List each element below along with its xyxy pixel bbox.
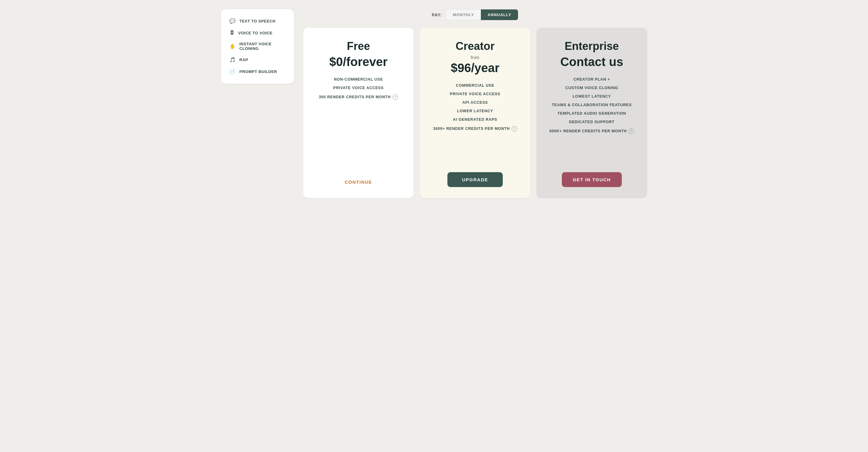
creator-render-credits-info-icon[interactable]: ? bbox=[512, 126, 517, 131]
free-card-price: $0/forever bbox=[329, 55, 388, 69]
enterprise-card-contact: Contact us bbox=[560, 55, 623, 69]
creator-card-title: Creator bbox=[456, 40, 495, 53]
main-content: PAY: MONTHLY ANNUALLY Free $0/forever NO… bbox=[303, 9, 647, 198]
sidebar-item-label: TEXT TO SPEECH bbox=[240, 19, 276, 24]
sidebar: 💬 TEXT TO SPEECH 🎛 VOICE TO VOICE ✋ INST… bbox=[221, 9, 294, 84]
render-credits-info-icon[interactable]: ? bbox=[393, 94, 398, 100]
continue-button[interactable]: CONTINUE bbox=[344, 177, 372, 187]
free-feature-2: PRIVATE VOICE ACCESS bbox=[312, 86, 404, 90]
enterprise-feature-1: CREATOR PLAN + bbox=[546, 77, 638, 82]
enterprise-feature-6: DEDICATED SUPPORT bbox=[546, 120, 638, 124]
get-in-touch-button[interactable]: GET IN TOUCH bbox=[562, 172, 622, 187]
speech-bubble-icon: 💬 bbox=[229, 18, 236, 24]
free-card-title: Free bbox=[347, 40, 370, 53]
sidebar-item-text-to-speech[interactable]: 💬 TEXT TO SPEECH bbox=[226, 15, 289, 27]
creator-feature-5: AI GENERATED RAPS bbox=[429, 118, 521, 122]
creator-card-price: $96/year bbox=[451, 61, 499, 75]
sidebar-item-instant-voice-cloning[interactable]: ✋ INSTANT VOICE CLONING bbox=[226, 39, 289, 54]
page-container: 💬 TEXT TO SPEECH 🎛 VOICE TO VOICE ✋ INST… bbox=[221, 9, 647, 198]
enterprise-feature-4: TEAMS & COLLABORATION FEATURES bbox=[546, 103, 638, 107]
free-feature-1: NON-COMMERCIAL USE bbox=[312, 77, 404, 82]
creator-card-features: COMMERCIAL USE PRIVATE VOICE ACCESS API … bbox=[429, 83, 521, 162]
sidebar-item-label: PROMPT BUILDER bbox=[240, 69, 277, 74]
sidebar-item-voice-to-voice[interactable]: 🎛 VOICE TO VOICE bbox=[226, 27, 289, 39]
sidebar-item-prompt-builder[interactable]: 📄 PROMPT BUILDER bbox=[226, 66, 289, 77]
enterprise-feature-7: 500K+ RENDER CREDITS PER MONTH ? bbox=[546, 128, 638, 134]
pricing-card-creator: Creator from $96/year COMMERCIAL USE PRI… bbox=[420, 28, 530, 198]
sidebar-item-rap[interactable]: 🎵 RAP bbox=[226, 54, 289, 66]
pricing-card-free: Free $0/forever NON-COMMERCIAL USE PRIVA… bbox=[303, 28, 413, 198]
free-card-features: NON-COMMERCIAL USE PRIVATE VOICE ACCESS … bbox=[312, 77, 404, 167]
annually-toggle-button[interactable]: ANNUALLY bbox=[481, 9, 518, 20]
enterprise-feature-2: CUSTOM VOICE CLONING bbox=[546, 86, 638, 90]
creator-feature-3: API ACCESS bbox=[429, 100, 521, 105]
enterprise-card-title: Enterprise bbox=[564, 40, 619, 53]
pay-label: PAY: bbox=[432, 12, 442, 17]
creator-feature-6: 3600+ RENDER CREDITS PER MONTH ? bbox=[429, 126, 521, 131]
document-icon: 📄 bbox=[229, 69, 236, 74]
enterprise-render-credits-info-icon[interactable]: ? bbox=[628, 128, 634, 134]
upgrade-button[interactable]: UPGRADE bbox=[447, 172, 503, 187]
sidebar-item-label: INSTANT VOICE CLONING bbox=[240, 42, 286, 51]
sidebar-item-label: RAP bbox=[240, 58, 248, 62]
pricing-card-enterprise: Enterprise Contact us CREATOR PLAN + CUS… bbox=[536, 28, 647, 198]
creator-feature-2: PRIVATE VOICE ACCESS bbox=[429, 92, 521, 96]
pricing-cards: Free $0/forever NON-COMMERCIAL USE PRIVA… bbox=[303, 28, 647, 198]
free-feature-3: 300 RENDER CREDITS PER MONTH ? bbox=[312, 94, 404, 100]
sliders-icon: 🎛 bbox=[229, 30, 235, 36]
enterprise-card-features: CREATOR PLAN + CUSTOM VOICE CLONING LOWE… bbox=[546, 77, 638, 162]
payment-toggle-row: PAY: MONTHLY ANNUALLY bbox=[303, 9, 647, 21]
enterprise-card-action: GET IN TOUCH bbox=[562, 172, 622, 187]
payment-toggle-group: MONTHLY ANNUALLY bbox=[446, 9, 518, 21]
enterprise-feature-5: TEMPLATED AUDIO GENERATION bbox=[546, 111, 638, 116]
creator-feature-4: LOWER LATENCY bbox=[429, 109, 521, 113]
creator-card-action: UPGRADE bbox=[447, 172, 503, 187]
free-card-action: CONTINUE bbox=[344, 177, 372, 187]
creator-feature-1: COMMERCIAL USE bbox=[429, 83, 521, 88]
monthly-toggle-button[interactable]: MONTHLY bbox=[446, 9, 481, 20]
sidebar-item-label: VOICE TO VOICE bbox=[238, 31, 273, 35]
music-icon: 🎵 bbox=[229, 57, 236, 63]
enterprise-feature-3: LOWEST LATENCY bbox=[546, 94, 638, 99]
creator-card-from: from bbox=[471, 55, 479, 60]
hand-icon: ✋ bbox=[229, 43, 236, 49]
